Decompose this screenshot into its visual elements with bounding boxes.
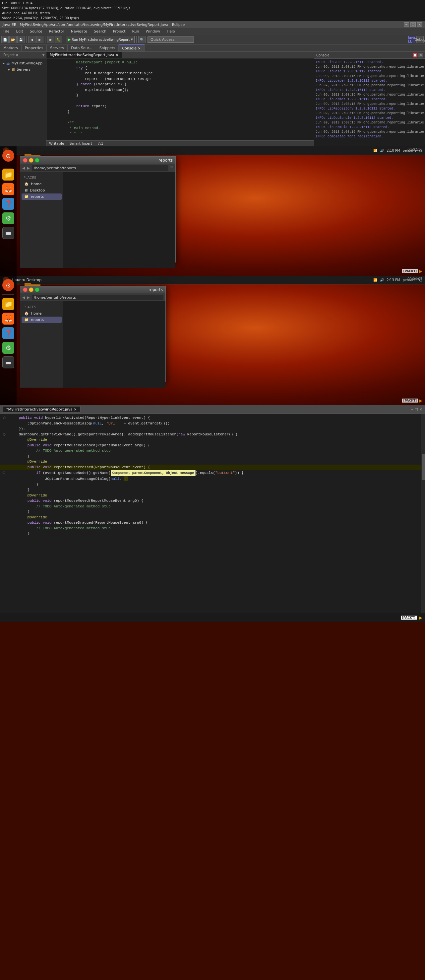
dock-help-icon[interactable]: ❓ [2, 197, 15, 210]
line-gutter [1, 526, 7, 531]
location-bar-2[interactable]: /home/pentaho/reports [32, 295, 163, 300]
scrollbar-thumb[interactable] [422, 453, 425, 480]
maximize-button[interactable]: □ [411, 22, 416, 27]
tab-servers[interactable]: Servers [47, 45, 68, 51]
tab-data-source[interactable]: Data Sour... [68, 45, 96, 51]
sidebar2-home-label: Home [31, 311, 41, 316]
code-content[interactable]: masterReport (report = null; try { res =… [46, 59, 314, 133]
dock2-terminal-icon[interactable]: ▬ [2, 356, 15, 369]
editor-maximize-icon[interactable]: □ [414, 407, 418, 412]
line-gutter [1, 459, 7, 465]
sidebar-reports-label: reports [31, 194, 44, 199]
tree-item-servers[interactable]: ▶ 🖥 Servers [1, 66, 45, 72]
nav2-back-icon[interactable]: ◀ [22, 295, 25, 300]
bottom-code-line: ⬡ if (event.getSourceNode().getName(Comp… [0, 470, 421, 476]
view-icon[interactable]: ☰ [170, 166, 173, 170]
menu-source[interactable]: Source [29, 29, 44, 34]
save-button[interactable]: 💾 [17, 36, 25, 43]
tab-snippets[interactable]: Snippets [96, 45, 119, 51]
dock2-system-icon[interactable]: ⚙ [2, 341, 15, 355]
stop-button[interactable]: ■ [413, 53, 417, 57]
file-manager2-min-button[interactable] [29, 287, 33, 292]
vertical-scrollbar[interactable] [421, 414, 425, 613]
run-dropdown-button[interactable]: ▶ [47, 36, 54, 43]
menu-run[interactable]: Run [131, 29, 140, 34]
java-ee-perspective[interactable]: Java EE [408, 36, 415, 43]
debug-perspective[interactable]: Debug [416, 36, 424, 43]
menu-edit[interactable]: Edit [14, 29, 24, 34]
firefox-icon: 🦊 [2, 183, 14, 195]
servers-icon: 🖥 [11, 67, 15, 72]
menu-search[interactable]: Search [92, 29, 108, 34]
bottom-editor-container: ⬡ public void hyperlinkActivated(ReportH… [0, 414, 425, 613]
menu-project[interactable]: Project [112, 29, 127, 34]
packt-video-icon-1: ▶ [419, 269, 422, 274]
dock2-ubuntu-button[interactable]: ⊙ [2, 278, 15, 292]
minimize-button[interactable]: ─ [404, 22, 409, 27]
editor-close-icon[interactable]: × [419, 407, 422, 412]
dock-files-icon[interactable]: 📁 [2, 168, 15, 181]
search-button[interactable]: 🔍 [138, 36, 146, 43]
back-button[interactable]: ◀ [28, 36, 35, 43]
file-manager-max-button[interactable] [35, 158, 40, 162]
menu-navigate[interactable]: Navigate [70, 29, 89, 34]
sidebar-reports-active[interactable]: 📁 reports [22, 194, 62, 200]
sidebar2-home[interactable]: 🏠 Home [22, 310, 62, 317]
quick-access-input[interactable]: Quick Access [147, 37, 194, 43]
bottom-code-line: @Override [0, 437, 421, 443]
dock2-firefox-icon[interactable]: 🦊 [2, 312, 15, 325]
menu-help[interactable]: Help [165, 29, 176, 34]
toolbar-separator-1 [26, 36, 27, 43]
open-button[interactable]: 📂 [9, 36, 17, 43]
cursor-position: | [124, 477, 128, 481]
menu-file[interactable]: File [2, 29, 11, 34]
packt-logo-1: [PACKT] [402, 269, 419, 273]
dock-ubuntu-button[interactable]: ⊙ [2, 149, 15, 162]
editor-tab-main[interactable]: MyFirstInteractiveSwingReport.java × [46, 52, 122, 58]
menu-window[interactable]: Window [144, 29, 162, 34]
sidebar2-reports-active[interactable]: 📁 reports [22, 317, 62, 323]
panel-minimize-icon[interactable]: ▼ [42, 53, 45, 57]
tab-markers[interactable]: Markers [0, 45, 22, 51]
run-button-group[interactable]: ▶ Run MyFirstInteractiveSwingReport ▼ [66, 36, 135, 43]
new-button[interactable]: 📄 [1, 36, 9, 43]
forward-button[interactable]: ▶ [36, 36, 43, 43]
debug-button[interactable]: 🐛 [55, 36, 62, 43]
location-bar[interactable]: /home/pentaho/reports [32, 165, 168, 171]
dock2-help-icon[interactable]: ❓ [2, 326, 15, 340]
file-manager2-close-button[interactable] [23, 287, 27, 292]
bottom-code-line: } [0, 509, 421, 515]
close-button[interactable]: × [417, 22, 422, 27]
desktop-icon-nav: 🖥 [24, 188, 28, 192]
dock-terminal-icon[interactable]: ▬ [2, 226, 15, 240]
toolbar-separator-4 [136, 36, 136, 43]
file-manager2-sidebar: Places 🏠 Home 📁 reports [20, 301, 63, 388]
menu-refactor[interactable]: Refactor [48, 29, 66, 34]
nav-back-icon[interactable]: ◀ [22, 166, 25, 170]
desktop1-taskbar: ⊙ 📶 🔊 2:10 PM pentaho ⏻ [0, 146, 425, 155]
tree-item-project[interactable]: ▶ ☕ MyFirstSwingApp [1, 60, 45, 66]
sidebar-home[interactable]: 🏠 Home [22, 181, 62, 187]
editor-minimize-icon[interactable]: ─ [411, 407, 413, 412]
tab-project[interactable]: Project × [1, 52, 21, 57]
bottom-editor-tab[interactable]: *MyFirstInteractiveSwingReport.java × [3, 406, 81, 412]
tab-console[interactable]: Console × [119, 45, 144, 51]
bottom-code-line: public void reportMouseDragged(ReportMou… [0, 520, 421, 526]
file-manager-min-button[interactable] [29, 158, 33, 162]
dock-system-icon[interactable]: ⚙ [2, 212, 15, 225]
nav-forward-icon[interactable]: ▶ [27, 166, 30, 170]
tab-properties[interactable]: Properties [22, 45, 47, 51]
dock2-files-icon[interactable]: 📁 [2, 298, 15, 311]
video-audio: Audio: aac, 44100 Hz, stereo [2, 11, 423, 16]
file-manager-close-button[interactable] [23, 158, 27, 162]
file-manager-content-2: Places 🏠 Home 📁 reports [20, 301, 165, 388]
clear-console-button[interactable]: ✕ [419, 53, 423, 57]
console-line: INFO: LibLoader 1.2.8.16112 started. [316, 79, 424, 83]
dock-firefox-icon[interactable]: 🦊 [2, 183, 15, 196]
file-manager2-max-button[interactable] [35, 287, 40, 292]
help-icon: ❓ [2, 198, 14, 210]
sidebar-desktop[interactable]: 🖥 Desktop [22, 187, 62, 194]
nav2-forward-icon[interactable]: ▶ [27, 295, 30, 300]
bottom-code-area[interactable]: ⬡ public void hyperlinkActivated(ReportH… [0, 414, 421, 613]
project-icon: ☕ [6, 60, 10, 66]
